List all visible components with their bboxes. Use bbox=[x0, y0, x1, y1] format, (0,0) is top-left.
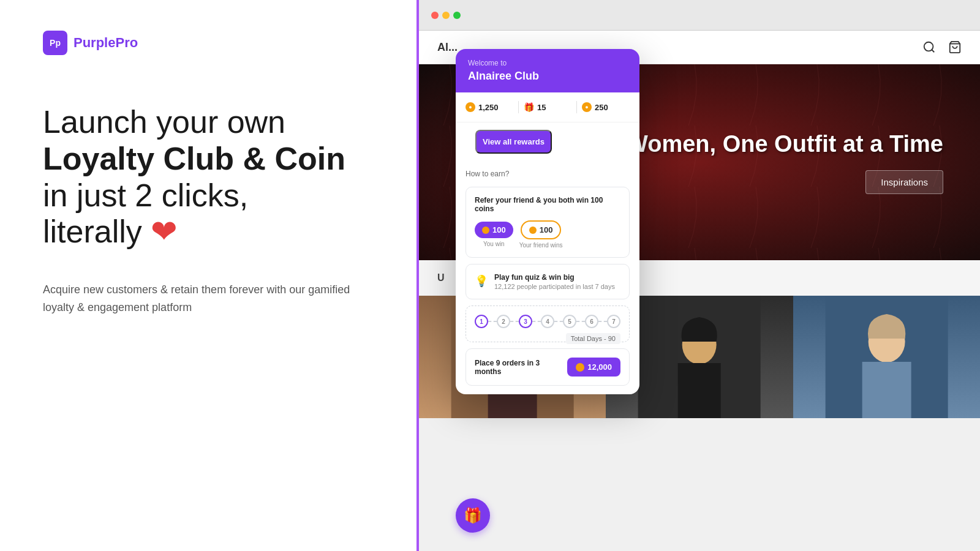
step-3: 3 bbox=[519, 315, 532, 328]
step-2: 2 bbox=[497, 315, 510, 328]
refer-coins: 100 You win 100 Your friend wins bbox=[475, 220, 620, 249]
connector-3-4 bbox=[532, 321, 541, 322]
order-reward-value: 12,000 bbox=[587, 362, 612, 372]
you-win-label: You win bbox=[483, 241, 505, 247]
connector-4-5 bbox=[554, 321, 563, 322]
headline-line3: in just 2 clicks, bbox=[43, 178, 374, 214]
step-tracker-card: 1 2 3 4 5 6 7 To bbox=[466, 305, 630, 342]
quiz-info: Play fun quiz & win big 12,122 people pa… bbox=[494, 273, 615, 290]
stat-gifts-value: 15 bbox=[537, 103, 546, 112]
coin-icon: ● bbox=[466, 102, 475, 112]
stat-divider-1 bbox=[518, 101, 519, 113]
headline-line1: Launch your own bbox=[43, 104, 374, 141]
quiz-card-wrapper: 💡 Play fun quiz & win big 12,122 people … bbox=[456, 264, 639, 299]
you-win-badge: 100 bbox=[475, 222, 513, 238]
heart-icon: ❤ bbox=[151, 214, 178, 250]
friend-win-group: 100 Your friend wins bbox=[519, 220, 563, 249]
stat-coins-value: 1,250 bbox=[478, 103, 499, 112]
order-text: Place 9 orders in 3 months bbox=[475, 359, 567, 376]
friend-win-badge: 100 bbox=[521, 220, 562, 239]
subtitle-text: Acquire new customers & retain them fore… bbox=[43, 281, 361, 317]
svg-rect-11 bbox=[862, 362, 911, 418]
friend-win-label: Your friend wins bbox=[519, 242, 563, 249]
section-title: U bbox=[437, 272, 445, 283]
step-7: 7 bbox=[607, 315, 620, 328]
modal-club-name: Alnairee Club bbox=[468, 70, 627, 83]
step-4: 4 bbox=[541, 315, 554, 328]
view-all-rewards-button[interactable]: View all rewards bbox=[475, 130, 552, 154]
dot-close bbox=[431, 12, 439, 19]
modal-stats: ● 1,250 🎁 15 ● 250 bbox=[456, 92, 639, 122]
coin-dot-friend bbox=[529, 227, 537, 234]
stat-vouchers-value: 250 bbox=[595, 103, 608, 112]
svg-rect-8 bbox=[678, 363, 721, 418]
dot-minimize bbox=[442, 12, 450, 19]
modal-welcome-label: Welcome to bbox=[468, 59, 627, 67]
left-panel: Pp PurplePro Launch your own Loyalty Clu… bbox=[0, 0, 417, 551]
headline: Launch your own Loyalty Club & Coin in j… bbox=[43, 104, 374, 250]
headline-line2: Loyalty Club & Coin bbox=[43, 141, 374, 178]
view-all-wrapper: View all rewards bbox=[456, 122, 639, 165]
quiz-card[interactable]: 💡 Play fun quiz & win big 12,122 people … bbox=[466, 264, 630, 299]
hero-title: g Women, One Outfit at a Time bbox=[605, 130, 943, 159]
refer-title: Refer your friend & you both win 100 coi… bbox=[475, 196, 620, 213]
store-mock: Al... g Women, One Outfit at a Time bbox=[419, 31, 980, 551]
gift-icon: 🎁 bbox=[524, 102, 534, 112]
connector-6-7 bbox=[598, 321, 607, 322]
search-icon[interactable] bbox=[922, 40, 936, 54]
how-to-earn-label: How to earn? bbox=[466, 170, 630, 178]
order-reward: 12,000 bbox=[567, 358, 620, 377]
step-1: 1 bbox=[475, 315, 488, 328]
svg-point-0 bbox=[924, 42, 933, 51]
svg-line-1 bbox=[932, 50, 934, 52]
product-card-3[interactable] bbox=[793, 296, 980, 418]
step-total-label: Total Days - 90 bbox=[566, 333, 620, 344]
dot-maximize bbox=[453, 12, 461, 19]
stat-coins: ● 1,250 bbox=[466, 102, 513, 112]
refer-card: Refer your friend & you both win 100 coi… bbox=[466, 187, 630, 258]
modal-header: Welcome to Alnairee Club bbox=[456, 49, 639, 92]
coin-dot-you bbox=[482, 227, 489, 234]
gift-float-button[interactable]: 🎁 bbox=[456, 498, 490, 533]
logo-icon: Pp bbox=[43, 31, 67, 55]
store-nav-right bbox=[922, 40, 962, 54]
connector-2-3 bbox=[510, 321, 519, 322]
logo-area: Pp PurplePro bbox=[43, 31, 374, 55]
reward-coin-icon bbox=[576, 363, 584, 372]
connector-5-6 bbox=[576, 321, 585, 322]
hero-text: g Women, One Outfit at a Time Inspiratio… bbox=[605, 130, 943, 195]
modal-scroll[interactable]: ● 1,250 🎁 15 ● 250 View bbox=[456, 92, 639, 394]
connector-1-2 bbox=[488, 321, 497, 322]
you-win-group: 100 You win bbox=[475, 222, 513, 247]
order-card: Place 9 orders in 3 months 12,000 bbox=[466, 348, 630, 386]
right-panel: Al... g Women, One Outfit at a Time bbox=[417, 0, 980, 551]
store-nav-title: Al... bbox=[437, 41, 458, 54]
product-image-3 bbox=[793, 296, 980, 418]
refer-card-wrapper: Refer your friend & you both win 100 coi… bbox=[456, 187, 639, 258]
bulb-icon: 💡 bbox=[475, 274, 488, 288]
quiz-title: Play fun quiz & win big bbox=[494, 273, 615, 282]
browser-chrome bbox=[419, 0, 980, 31]
step-6: 6 bbox=[585, 315, 598, 328]
stat-vouchers: ● 250 bbox=[582, 102, 630, 112]
step-5: 5 bbox=[563, 315, 576, 328]
modal-how-to-earn: How to earn? bbox=[456, 165, 639, 187]
browser-dots bbox=[431, 12, 461, 19]
stat-gifts: 🎁 15 bbox=[524, 102, 571, 112]
stat-divider-2 bbox=[576, 101, 577, 113]
hero-inspirations-button[interactable]: Inspirations bbox=[865, 170, 943, 194]
voucher-icon: ● bbox=[582, 102, 592, 112]
loyalty-modal: Welcome to Alnairee Club ● 1,250 🎁 15 bbox=[456, 49, 639, 394]
step-nodes: 1 2 3 4 5 6 7 bbox=[475, 315, 620, 328]
quiz-subtitle: 12,122 people participated in last 7 day… bbox=[494, 283, 615, 290]
cart-icon[interactable] bbox=[948, 40, 962, 54]
headline-line4: literally ❤ bbox=[43, 214, 374, 250]
logo-text: PurplePro bbox=[74, 35, 138, 51]
